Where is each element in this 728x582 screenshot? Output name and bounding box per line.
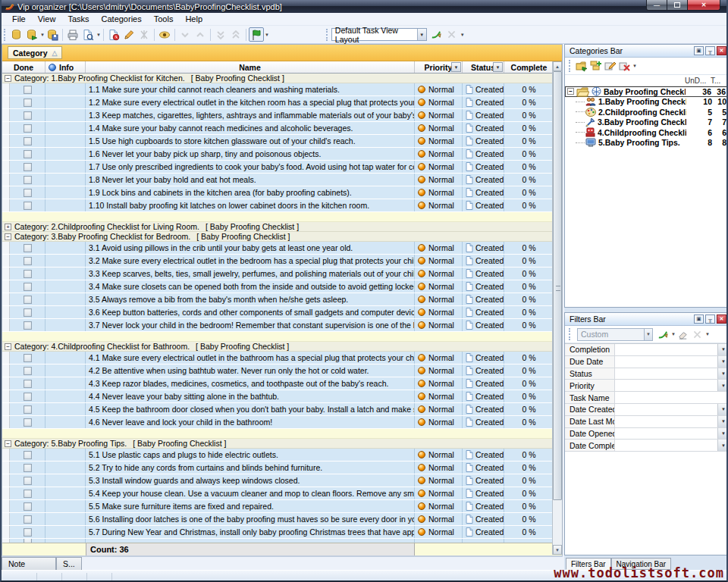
task-row[interactable]: 5.2 Try to hide any cords from curtains … — [2, 462, 562, 474]
done-checkbox[interactable] — [24, 111, 32, 120]
done-checkbox[interactable] — [24, 515, 32, 524]
done-checkbox[interactable] — [24, 86, 32, 94]
print-preview-icon[interactable] — [80, 27, 96, 42]
done-checkbox[interactable] — [24, 202, 32, 210]
done-checkbox[interactable] — [24, 405, 32, 414]
filter-value[interactable] — [615, 416, 717, 427]
collapse-icon[interactable]: − — [5, 440, 11, 447]
new-subcategory-icon[interactable] — [588, 59, 603, 73]
delete-task-icon[interactable] — [136, 27, 152, 42]
collapse-icon[interactable]: − — [5, 75, 11, 82]
filter-value[interactable] — [615, 344, 717, 355]
pin-panel-icon[interactable]: ╥ — [705, 314, 715, 324]
done-checkbox[interactable] — [24, 477, 32, 485]
filter-value[interactable] — [615, 392, 728, 403]
chevron-down-icon[interactable]: ▼ — [644, 329, 652, 340]
task-row[interactable]: 4.5 Keep the bathroom door closed when y… — [2, 403, 562, 416]
task-row[interactable]: 1.9 Lock bins and cabinets in the kitche… — [2, 186, 562, 199]
done-checkbox[interactable] — [24, 244, 32, 252]
task-row[interactable]: 1.3 Keep matches, cigarettes, lighters, … — [2, 109, 562, 122]
task-row[interactable]: 1.2 Make sure every electrical outlet in… — [2, 96, 562, 109]
tree-item[interactable]: 1.Baby Proofing Checklist fo 10 10 — [565, 97, 728, 108]
toolbar-overflow-icon[interactable]: ▼ — [705, 332, 710, 336]
move-to-bottom-icon[interactable] — [213, 27, 228, 42]
done-checkbox[interactable] — [24, 308, 32, 317]
done-checkbox[interactable] — [24, 418, 32, 427]
task-row-partial[interactable] — [2, 539, 562, 543]
tree-item[interactable]: 5.Baby Proofing Tips. 8 8 — [565, 138, 728, 149]
filter-dropdown-icon[interactable]: ▼ — [717, 356, 728, 368]
done-checkbox[interactable] — [24, 176, 32, 184]
clear-filter-icon[interactable] — [676, 327, 690, 341]
done-checkbox[interactable] — [24, 270, 32, 278]
priority-filter-icon[interactable]: ▼ — [451, 62, 461, 72]
open-database-icon[interactable] — [24, 27, 39, 42]
minimize-button[interactable]: — — [646, 0, 667, 11]
done-checkbox[interactable] — [24, 163, 32, 171]
done-checkbox[interactable] — [24, 257, 32, 265]
grid-scrollbar[interactable]: ▲ ▼ — [552, 61, 562, 555]
column-header-undone[interactable]: UnD... — [685, 77, 711, 85]
done-checkbox[interactable] — [24, 189, 32, 197]
task-row[interactable]: 4.4 Never leave your baby sitting alone … — [2, 390, 562, 403]
task-row[interactable]: 3.7 Never lock your child in the bedroom… — [2, 319, 562, 332]
apply-filter-icon[interactable] — [656, 327, 670, 341]
status-filter-icon[interactable]: ▼ — [493, 62, 503, 72]
task-row[interactable]: 1.6 Never let your baby pick up sharp, t… — [2, 148, 562, 161]
done-checkbox[interactable] — [24, 367, 32, 375]
filter-dropdown-icon[interactable]: ▼ — [717, 416, 728, 427]
menu-item-tools[interactable]: Tools — [148, 14, 180, 24]
task-view-layout-select[interactable]: Default Task View Layout ▼ — [331, 28, 427, 41]
done-checkbox[interactable] — [24, 490, 32, 498]
filter-dropdown-icon[interactable]: ▼ — [717, 344, 728, 355]
column-header-info[interactable]: Info — [46, 61, 86, 73]
collapse-icon[interactable]: − — [567, 88, 574, 95]
filter-value[interactable] — [615, 356, 717, 368]
done-checkbox[interactable] — [24, 283, 32, 291]
column-header-priority[interactable]: Priority ▼ — [415, 61, 463, 73]
toolbar-overflow-icon[interactable]: ▼ — [460, 33, 465, 37]
column-header-status[interactable]: Status ▼ — [463, 61, 504, 73]
float-panel-icon[interactable]: ▣ — [694, 46, 704, 55]
maximize-button[interactable] — [667, 0, 688, 11]
column-header-done[interactable]: Done — [2, 61, 46, 73]
task-row[interactable]: 1.7 Use only prescribed ingredients to c… — [2, 161, 562, 174]
filter-value[interactable] — [615, 368, 717, 380]
done-checkbox[interactable] — [24, 99, 32, 107]
save-database-icon[interactable] — [45, 27, 60, 42]
collapse-icon[interactable]: − — [5, 343, 11, 350]
filter-dropdown-icon[interactable]: ▼ — [717, 428, 728, 440]
done-checkbox[interactable] — [24, 502, 32, 511]
chevron-down-icon[interactable]: ▼ — [96, 33, 101, 37]
filter-value[interactable] — [615, 380, 717, 391]
delete-filter-icon[interactable] — [690, 327, 704, 341]
move-down-icon[interactable] — [177, 27, 193, 42]
done-checkbox[interactable] — [24, 380, 32, 388]
float-panel-icon[interactable]: ▣ — [694, 314, 704, 324]
chevron-down-icon[interactable]: ▼ — [417, 29, 426, 40]
category-group-header[interactable]: − Category: 5.Baby Proofing Tips. [ Baby… — [2, 439, 562, 449]
done-checkbox[interactable] — [24, 296, 32, 304]
task-row[interactable]: 4.1 Make sure every electrical outlet in… — [2, 352, 562, 365]
filter-value[interactable] — [615, 428, 717, 440]
tree-item[interactable]: 2.Childproofing Checklist for 5 5 — [565, 107, 728, 117]
scroll-down-icon[interactable]: ▼ — [553, 545, 562, 555]
filter-dropdown-icon[interactable]: ▼ — [717, 404, 728, 415]
task-row[interactable]: 5.1 Use plastic caps and plugs to hide e… — [2, 449, 562, 462]
new-database-icon[interactable] — [9, 27, 24, 42]
column-header-total[interactable]: T... — [711, 77, 728, 85]
note-panel-tab[interactable]: S... — [56, 557, 82, 570]
task-row[interactable]: 4.2 Be attentive when using bathtub wate… — [2, 365, 562, 377]
task-row[interactable]: 1.4 Make sure your baby cannot reach med… — [2, 122, 562, 135]
tree-item[interactable]: 3.Baby Proofing Checklist fo 7 7 — [565, 117, 728, 128]
filter-dropdown-icon[interactable]: ▼ — [717, 380, 728, 391]
task-row[interactable]: 1.10 Install baby proofing kit latches o… — [2, 199, 562, 212]
chevron-down-icon[interactable]: ▼ — [265, 33, 269, 37]
note-panel-tab[interactable]: Note — [2, 557, 56, 570]
menu-item-categories[interactable]: Categories — [96, 14, 148, 24]
edit-category-icon[interactable] — [603, 59, 617, 73]
done-checkbox[interactable] — [24, 464, 32, 472]
category-group-header[interactable]: + Category: 2.Childproofing Checklist fo… — [2, 222, 562, 232]
done-checkbox[interactable] — [24, 393, 32, 401]
task-row[interactable]: 3.3 Keep scarves, belts, ties, small jew… — [2, 268, 562, 280]
